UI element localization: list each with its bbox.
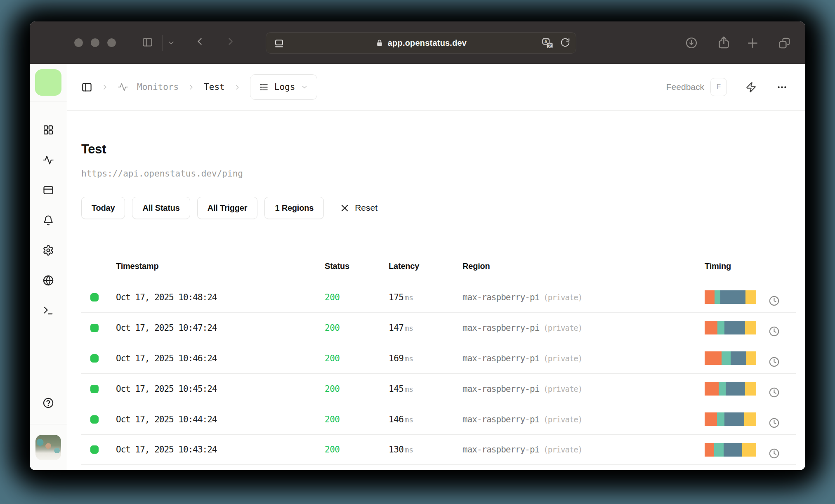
timing-bar — [705, 412, 756, 426]
sidebar-toggle-icon[interactable] — [142, 37, 153, 48]
log-latency: 145ms — [389, 384, 462, 394]
browser-window: app.openstatus.dev A文 — [30, 21, 805, 470]
status-indicator — [90, 293, 99, 301]
timing-segment — [717, 412, 724, 426]
app-sidebar-toggle-icon[interactable] — [81, 82, 92, 93]
new-tab-icon[interactable] — [746, 37, 759, 49]
forward-icon[interactable] — [225, 36, 236, 47]
filter-button-all-status[interactable]: All Status — [132, 197, 190, 219]
sidebar-item-settings-gear[interactable] — [42, 245, 54, 256]
main-area: Monitors Test Logs Feedback F — [67, 64, 805, 470]
zap-icon[interactable] — [745, 82, 757, 93]
screenshot-stage: app.openstatus.dev A文 — [0, 0, 835, 504]
log-row[interactable]: Oct 17, 2025 10:43:24 200 130ms max-rasp… — [81, 434, 796, 465]
zoom-button[interactable] — [107, 38, 116, 47]
address-text: app.openstatus.dev — [388, 38, 467, 48]
timing-segment — [705, 321, 717, 334]
timing-bar — [705, 382, 756, 396]
clock-icon[interactable] — [769, 448, 796, 459]
timing-segment — [724, 443, 742, 457]
chevron-down-icon — [300, 83, 309, 91]
timing-segment — [742, 443, 756, 457]
timing-bar — [705, 290, 756, 304]
timing-segment — [724, 412, 745, 426]
view-selector-label: Logs — [274, 82, 295, 92]
status-indicator — [90, 354, 99, 363]
log-region: max-raspberry-pi(private) — [462, 353, 705, 363]
log-timestamp: Oct 17, 2025 10:43:24 — [116, 445, 325, 455]
clock-icon[interactable] — [769, 326, 796, 337]
timing-segment — [744, 412, 756, 426]
app-header: Monitors Test Logs Feedback F — [67, 64, 805, 111]
log-status: 200 — [325, 323, 389, 333]
log-status: 200 — [325, 384, 389, 394]
col-timing: Timing — [705, 261, 769, 271]
browser-chrome: app.openstatus.dev A文 — [30, 21, 805, 64]
back-icon[interactable] — [195, 36, 205, 47]
minimize-button[interactable] — [91, 38, 99, 47]
log-region: max-raspberry-pi(private) — [462, 384, 705, 394]
log-row[interactable]: Oct 17, 2025 10:44:24 200 146ms max-rasp… — [81, 404, 796, 434]
timing-segment — [745, 290, 756, 304]
col-region: Region — [462, 261, 705, 271]
sidebar-item-monitors-activity[interactable] — [42, 154, 54, 166]
sidebar-item-notifications-bell[interactable] — [42, 214, 54, 226]
filter-button-1-regions[interactable]: 1 Regions — [264, 197, 324, 219]
breadcrumb-monitor-name[interactable]: Test — [204, 82, 225, 92]
filter-button-all-trigger[interactable]: All Trigger — [197, 197, 258, 219]
more-menu-icon[interactable] — [776, 82, 788, 93]
timing-segment — [745, 321, 757, 334]
sidebar-item-dashboard-grid[interactable] — [42, 124, 54, 136]
close-button[interactable] — [74, 38, 83, 47]
log-region: max-raspberry-pi(private) — [462, 415, 705, 424]
clock-icon[interactable] — [769, 295, 796, 306]
tab-overview-icon[interactable] — [778, 37, 791, 49]
log-timestamp: Oct 17, 2025 10:47:24 — [116, 323, 325, 333]
log-row[interactable]: Oct 17, 2025 10:45:24 200 145ms max-rasp… — [81, 373, 796, 404]
log-region: max-raspberry-pi(private) — [462, 323, 705, 333]
clock-icon[interactable] — [769, 387, 796, 398]
timing-segment — [745, 382, 757, 396]
page-content: Test https://api.openstatus.dev/ping Tod… — [67, 111, 805, 465]
sidebar-divider — [30, 424, 67, 424]
breadcrumb-monitors[interactable]: Monitors — [137, 82, 179, 92]
sidebar-item-terminal[interactable] — [42, 305, 54, 316]
clock-icon[interactable] — [769, 356, 796, 367]
downloads-icon[interactable] — [685, 37, 698, 49]
help-icon[interactable] — [42, 397, 54, 409]
log-status: 200 — [325, 445, 389, 455]
reload-icon[interactable] — [560, 38, 571, 48]
logs-table: Timestamp Status Latency Region Timing O… — [81, 251, 796, 465]
sidebar-item-globe[interactable] — [42, 275, 54, 286]
sidebar-item-status-pages[interactable] — [42, 184, 54, 196]
share-icon[interactable] — [717, 36, 731, 49]
feedback-button[interactable]: Feedback — [666, 82, 704, 92]
page-title: Test — [81, 143, 796, 156]
timing-segment — [746, 351, 756, 365]
translate-icon[interactable]: A文 — [542, 38, 554, 49]
timing-segment — [714, 443, 724, 457]
workspace-logo[interactable] — [35, 69, 61, 96]
timing-segment — [720, 290, 745, 304]
filter-button-today[interactable]: Today — [81, 197, 125, 219]
timing-segment — [705, 412, 717, 426]
table-header-row: Timestamp Status Latency Region Timing — [81, 251, 796, 282]
monitors-activity-icon — [118, 82, 128, 92]
header-actions: Feedback F — [666, 78, 788, 96]
log-latency: 169ms — [389, 353, 462, 363]
clock-icon[interactable] — [769, 417, 796, 429]
breadcrumb-chevron-icon — [101, 83, 109, 91]
tab-group-chevron-icon[interactable] — [167, 39, 175, 47]
log-latency: 147ms — [389, 323, 462, 333]
view-selector-button[interactable]: Logs — [250, 74, 318, 100]
log-row[interactable]: Oct 17, 2025 10:47:24 200 147ms max-rasp… — [81, 312, 796, 343]
log-latency: 130ms — [389, 445, 462, 455]
address-bar[interactable]: app.openstatus.dev A文 — [266, 32, 576, 54]
log-row[interactable]: Oct 17, 2025 10:48:24 200 175ms max-rasp… — [81, 282, 796, 312]
user-avatar[interactable] — [35, 435, 61, 460]
svg-text:文: 文 — [547, 43, 552, 48]
reset-filters-button[interactable]: Reset — [340, 203, 377, 213]
log-latency: 146ms — [389, 415, 462, 424]
timing-bar — [705, 351, 756, 365]
log-row[interactable]: Oct 17, 2025 10:46:24 200 169ms max-rasp… — [81, 343, 796, 373]
